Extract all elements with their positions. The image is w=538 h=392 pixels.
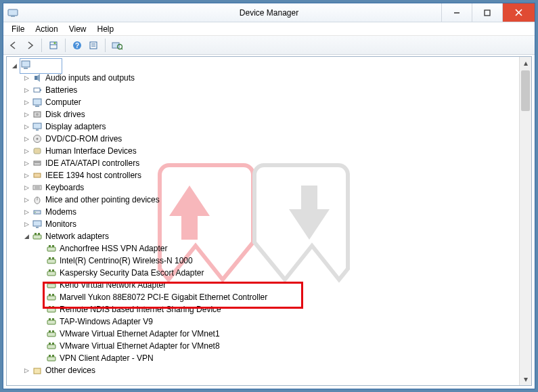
expand-icon[interactable]: ▷ (22, 134, 31, 144)
tree-device[interactable]: Kaspersky Security Data Escort Adapter (9, 267, 519, 279)
toolbar-separator (105, 39, 106, 52)
modem-icon (32, 206, 43, 217)
tree-category[interactable]: ▷Audio inputs and outputs (9, 72, 519, 84)
svg-rect-74 (49, 355, 51, 357)
tree-category[interactable]: ▷Modems (9, 206, 519, 218)
expand-icon[interactable]: ▷ (22, 171, 31, 180)
device-label: Remote NDIS based Internet Sharing Devic… (60, 305, 221, 314)
expand-icon[interactable]: ▷ (22, 73, 31, 83)
hid-icon (32, 146, 43, 156)
tree-device[interactable]: VPN Client Adapter - VPN (9, 352, 519, 364)
scroll-up-icon[interactable]: ▴ (520, 57, 531, 69)
menu-file[interactable]: File (6, 23, 30, 35)
tree-category[interactable]: ▷Batteries (9, 84, 519, 96)
toolbar-separator (41, 39, 42, 52)
tree-category[interactable]: ▷IEEE 1394 host controllers (9, 169, 519, 181)
tree-root[interactable]: ◢ (9, 60, 519, 72)
app-icon (7, 7, 18, 18)
svg-rect-71 (49, 343, 51, 345)
expand-icon[interactable]: ▷ (22, 110, 31, 119)
forward-button[interactable] (22, 38, 37, 53)
expand-icon[interactable]: ▷ (22, 97, 31, 107)
scroll-down-icon[interactable]: ▾ (520, 373, 531, 385)
svg-rect-75 (52, 355, 54, 357)
scroll-thumb[interactable] (521, 70, 530, 111)
tree-device[interactable]: Marvell Yukon 88E8072 PCI-E Gigabit Ethe… (9, 291, 519, 303)
network-adapter-icon (46, 304, 57, 315)
tree-category[interactable]: ▷Display adapters (9, 121, 519, 133)
menu-view[interactable]: View (64, 23, 92, 35)
svg-rect-60 (52, 294, 54, 296)
disc-icon (32, 133, 43, 144)
tree-device[interactable]: Intel(R) Centrino(R) Wireless-N 1000 (9, 255, 519, 267)
expand-icon[interactable]: ▷ (22, 195, 31, 204)
vertical-scrollbar[interactable]: ▴ ▾ (519, 57, 531, 385)
show-hidden-button[interactable] (86, 38, 101, 53)
device-label: Intel(R) Centrino(R) Wireless-N 1000 (60, 256, 193, 265)
tree-category[interactable]: ▷Human Interface Devices (9, 145, 519, 157)
category-label: Other devices (45, 366, 95, 375)
menu-help[interactable]: Help (92, 23, 120, 35)
svg-rect-1 (11, 16, 15, 17)
network-adapter-icon (46, 328, 57, 339)
expand-icon[interactable]: ▷ (22, 219, 31, 229)
titlebar[interactable]: Device Manager (3, 3, 535, 22)
svg-rect-31 (34, 161, 41, 165)
network-adapter-icon (46, 341, 57, 351)
device-tree[interactable]: ◢ ▷Audio inputs and outputs▷Batteries▷Co… (7, 57, 519, 385)
tree-category[interactable]: ▷Keyboards (9, 181, 519, 194)
expand-icon[interactable]: ▷ (22, 183, 31, 192)
expand-icon[interactable]: ▷ (22, 207, 31, 217)
tree-device[interactable]: Remote NDIS based Internet Sharing Devic… (9, 303, 519, 315)
tree-category[interactable]: ▷Monitors (9, 218, 519, 230)
tree-category-network-adapters[interactable]: ◢ Network adapters (9, 230, 519, 242)
collapse-icon[interactable]: ◢ (9, 61, 19, 70)
maximize-button[interactable] (472, 3, 502, 22)
tree-device[interactable]: TAP-Windows Adapter V9 (9, 315, 519, 328)
menu-action[interactable]: Action (30, 23, 63, 35)
tree-category[interactable]: ▷DVD/CD-ROM drives (9, 133, 519, 145)
category-label: Computer (45, 97, 81, 107)
minimize-button[interactable] (441, 3, 472, 22)
tree-device[interactable]: VMware Virtual Ethernet Adapter for VMne… (9, 340, 519, 352)
tree-category[interactable]: ▷IDE ATA/ATAPI controllers (9, 157, 519, 169)
svg-rect-46 (47, 247, 55, 251)
tree-device[interactable]: Kerio Virtual Network Adapter (9, 279, 519, 291)
expand-icon[interactable]: ▷ (22, 366, 31, 375)
device-label: VMware Virtual Ethernet Adapter for VMne… (60, 329, 220, 339)
tree-device[interactable]: VMware Virtual Ethernet Adapter for VMne… (9, 328, 519, 340)
device-manager-window: Device Manager File Action View Help ? (3, 3, 535, 389)
svg-rect-27 (36, 129, 39, 131)
tree-category[interactable]: ▷Computer (9, 96, 519, 108)
svg-rect-42 (36, 227, 39, 228)
category-label: Keyboards (45, 183, 84, 192)
svg-rect-11 (90, 42, 97, 49)
collapse-icon[interactable]: ◢ (22, 232, 31, 241)
svg-point-29 (37, 138, 39, 140)
pc-icon (32, 97, 43, 108)
tree-category[interactable]: ▷Mice and other pointing devices (9, 194, 519, 206)
expand-icon[interactable]: ▷ (22, 146, 31, 156)
category-label: IEEE 1394 host controllers (45, 171, 141, 180)
help-button[interactable]: ? (70, 38, 85, 53)
scan-button[interactable] (110, 38, 125, 53)
properties-button[interactable] (46, 38, 61, 53)
svg-rect-53 (49, 269, 51, 271)
firewire-icon (32, 170, 43, 181)
svg-rect-56 (49, 282, 51, 284)
network-icon (32, 231, 43, 242)
window-controls (441, 3, 535, 22)
tree-device[interactable]: Anchorfree HSS VPN Adapter (9, 242, 519, 255)
tree-category[interactable]: ▷Disk drives (9, 108, 519, 121)
network-adapter-icon (46, 292, 57, 303)
svg-rect-26 (33, 123, 41, 129)
expand-icon[interactable]: ▷ (22, 85, 31, 95)
back-button[interactable] (6, 38, 21, 53)
device-label: Marvell Yukon 88E8072 PCI-E Gigabit Ethe… (60, 292, 267, 302)
tree-category-other-devices[interactable]: ▷ Other devices (9, 364, 519, 376)
category-label: Batteries (45, 85, 77, 95)
expand-icon[interactable]: ▷ (22, 122, 31, 131)
expand-icon[interactable]: ▷ (22, 158, 31, 168)
close-button[interactable] (502, 3, 535, 22)
category-label: Monitors (45, 219, 76, 229)
